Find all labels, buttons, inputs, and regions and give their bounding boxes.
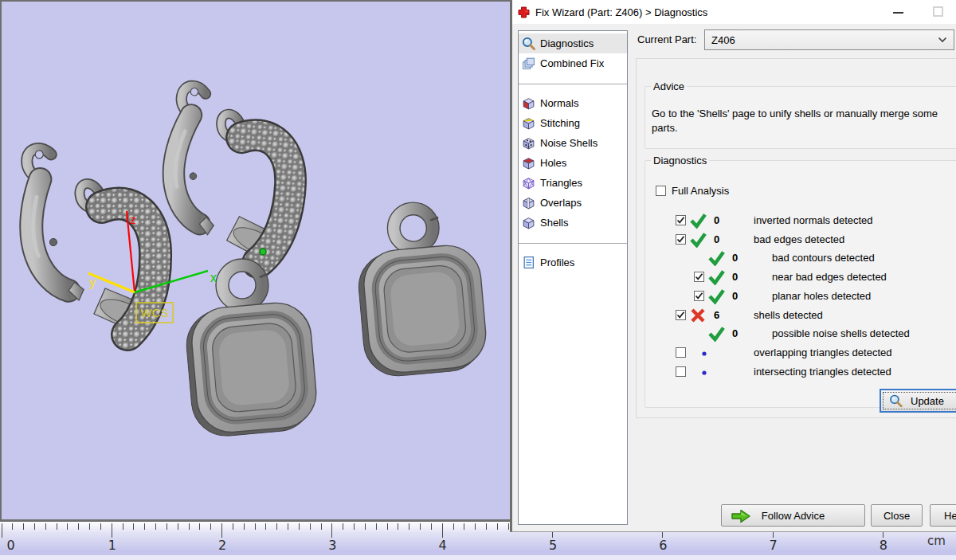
model-pendant-right[interactable] xyxy=(356,202,489,378)
ruler-minor-tick xyxy=(100,523,101,530)
sidebar-item-triangles[interactable]: Triangles xyxy=(519,173,627,193)
viewport-3d[interactable]: z y x WCS xyxy=(0,0,512,522)
diagnostic-checkbox[interactable] xyxy=(676,234,686,245)
diagnostics-groupbox: Diagnostics Full Analysis 0inverted norm… xyxy=(645,155,956,408)
ruler-major-tick xyxy=(221,523,222,538)
sidebar-item-noise-shells[interactable]: Noise Shells xyxy=(519,133,627,153)
cube-holes-icon xyxy=(522,156,535,170)
full-analysis-option[interactable]: Full Analysis xyxy=(656,185,729,197)
close-button-label: Close xyxy=(884,510,910,522)
model-earring-plain-center[interactable] xyxy=(167,84,228,235)
diagnostic-row-intersecting-triangles-detected: intersecting triangles detected xyxy=(645,363,956,381)
sidebar-item-normals[interactable]: Normals xyxy=(519,93,627,113)
dialog-titlebar[interactable]: Fix Wizard (Part: Z406) > Diagnostics xyxy=(512,0,956,24)
diagnostic-checkbox[interactable] xyxy=(694,272,704,282)
model-earring-plain-left[interactable] xyxy=(25,146,84,303)
ruler-minor-tick xyxy=(244,523,245,530)
ruler-minor-tick xyxy=(123,523,123,530)
sidebar-item-profiles[interactable]: Profiles xyxy=(519,253,627,272)
update-button[interactable]: Update xyxy=(880,389,956,413)
current-part-value: Z406 xyxy=(711,34,735,46)
status-cross-icon xyxy=(689,307,707,326)
diagnostic-checkbox[interactable] xyxy=(676,366,686,377)
magnifier-icon xyxy=(889,394,903,408)
follow-advice-label: Follow Advice xyxy=(762,510,825,522)
sidebar-item-shells[interactable]: Shells xyxy=(519,213,627,233)
origin-point-marker xyxy=(260,249,266,255)
viewport-canvas[interactable]: z y x WCS xyxy=(2,2,512,519)
fix-wizard-cross-icon xyxy=(518,6,530,18)
ruler-number: 8 xyxy=(876,538,891,553)
ruler-number: 1 xyxy=(104,538,120,553)
cube-overlaps-icon xyxy=(522,196,535,210)
update-button-label: Update xyxy=(911,395,944,407)
ruler-minor-tick xyxy=(57,523,57,530)
scene-3d: z y x WCS xyxy=(2,2,512,519)
ruler-minor-tick xyxy=(354,523,355,530)
ruler-minor-tick xyxy=(233,523,233,530)
ruler-minor-tick xyxy=(276,523,277,530)
ruler-minor-tick xyxy=(376,523,377,530)
diagnostic-label: bad contours detected xyxy=(772,252,875,264)
diagnostics-legend: Diagnostics xyxy=(651,155,709,166)
status-check-icon xyxy=(707,288,727,307)
status-check-icon xyxy=(689,213,708,231)
ruler-minor-tick xyxy=(67,523,68,530)
ruler-minor-tick xyxy=(420,523,421,530)
sidebar-item-label: Diagnostics xyxy=(540,37,594,49)
ruler-number: 0 xyxy=(3,538,19,553)
ruler-number: 2 xyxy=(214,538,230,553)
combined-fix-icon xyxy=(522,57,535,70)
sidebar-separator xyxy=(519,243,627,244)
full-analysis-checkbox[interactable] xyxy=(656,186,666,196)
ruler-minor-tick xyxy=(310,523,311,530)
diagnostic-row-possible-noise-shells-detected: 0possible noise shells detected xyxy=(645,325,956,343)
app-root: z y x WCS cm 012345678 Fix Wizard (Part:… xyxy=(0,0,956,560)
diagnostic-label: shells detected xyxy=(754,309,823,321)
ruler-minor-tick xyxy=(299,523,300,530)
diagnostic-count: 0 xyxy=(732,327,738,339)
ruler-minor-tick xyxy=(255,523,256,530)
profiles-icon xyxy=(522,256,535,269)
sidebar-item-holes[interactable]: Holes xyxy=(519,153,627,173)
magnifier-icon xyxy=(522,37,535,50)
ruler-bottom-strip xyxy=(0,555,956,560)
ruler-minor-tick xyxy=(23,523,24,530)
status-check-icon xyxy=(707,250,727,268)
current-part-label: Current Part: xyxy=(637,33,696,45)
follow-advice-button[interactable]: Follow Advice xyxy=(721,504,865,527)
close-button[interactable]: Close xyxy=(871,504,923,527)
model-pendant-left[interactable] xyxy=(183,259,319,439)
sidebar-item-stitching[interactable]: Stitching xyxy=(519,113,627,133)
minimize-button[interactable] xyxy=(893,12,903,14)
sidebar-item-label: Stitching xyxy=(540,117,580,129)
sidebar-item-overlaps[interactable]: Overlaps xyxy=(519,193,627,213)
ruler-minor-tick xyxy=(486,523,487,530)
ruler-minor-tick xyxy=(89,523,90,530)
diagnostic-checkbox[interactable] xyxy=(676,215,686,225)
wcs-label: WCS xyxy=(141,306,169,319)
ruler-minor-tick xyxy=(398,523,398,530)
diagnostic-checkbox[interactable] xyxy=(676,347,686,358)
diagnostic-checkbox[interactable] xyxy=(676,310,686,320)
ruler-minor-tick xyxy=(464,523,464,530)
current-part-combobox[interactable]: Z406 xyxy=(704,29,954,50)
ruler-minor-tick xyxy=(431,523,432,530)
diagnostic-row-shells-detected: 6shells detected xyxy=(645,307,956,324)
status-dot-icon xyxy=(700,364,708,379)
sidebar-item-label: Holes xyxy=(540,157,566,169)
model-earring-pave-right[interactable] xyxy=(211,113,296,266)
ruler-minor-tick xyxy=(343,523,343,530)
sidebar-item-combined-fix[interactable]: Combined Fix xyxy=(519,53,627,73)
diagnostic-row-bad-contours-detected: 0bad contours detected xyxy=(645,249,956,267)
sidebar-item-diagnostics[interactable]: Diagnostics xyxy=(519,33,627,53)
diagnostic-label: overlapping triangles detected xyxy=(754,347,891,358)
help-button[interactable]: He xyxy=(930,504,956,527)
ruler-unit-label: cm xyxy=(927,534,946,548)
diagnostic-checkbox[interactable] xyxy=(694,291,704,301)
diagnostic-row-near-bad-edges-detected: 0near bad edges detected xyxy=(645,268,956,286)
diagnostic-row-inverted-normals-detected: 0inverted normals detected xyxy=(645,212,956,229)
maximize-button[interactable] xyxy=(933,6,943,17)
ruler-minor-tick xyxy=(189,523,190,530)
diagnostics-panel: Advice Go to the 'Shells' page to unify … xyxy=(636,58,956,418)
